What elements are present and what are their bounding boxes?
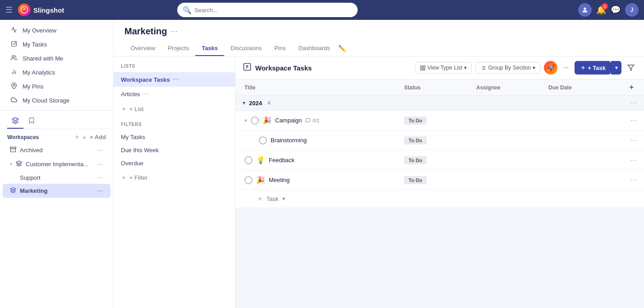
workspace-tasks-more-icon[interactable]: ⋯ [173,76,179,83]
search-bar[interactable]: 🔍 [177,3,358,17]
group-by-btn[interactable]: Group By Section ▾ [475,62,540,74]
table-row-meeting: 🎉 Meeting To Do ⋯ [235,170,644,190]
table-row-brainstorming: Brainstorming To Do ⋯ [235,131,644,150]
view-type-btn[interactable]: View Type List ▾ [415,62,472,74]
workspace-item-customer[interactable]: ▾ Customer Implementa... ⋯ [3,157,110,171]
tab-projects[interactable]: Projects [161,41,195,56]
workspace-tab-bookmark[interactable] [23,113,40,129]
logo-icon [18,4,31,16]
feedback-more-icon[interactable]: ⋯ [619,157,637,164]
filter-due-week[interactable]: Due this Week [114,144,235,157]
tab-overview[interactable]: Overview [124,41,161,56]
add-task-btn[interactable]: ＋ + Task [575,61,611,75]
meeting-name: Meeting [269,177,290,183]
articles-label: Articles [121,91,140,98]
svg-rect-20 [423,65,425,67]
workspace-item-marketing[interactable]: Marketing ⋯ [3,184,110,198]
campaign-name: Campaign [275,117,302,124]
sidebar-item-overview[interactable]: My Overview [3,23,110,37]
section-more-icon[interactable]: ⋯ [630,99,637,107]
articles-more-icon[interactable]: ⋯ [143,90,149,98]
add-task-row[interactable]: ＋ Task ▾ [235,190,644,207]
rocket-btn[interactable]: 🚀 [544,61,557,75]
tab-dashboards[interactable]: Dashboards [292,41,336,56]
svg-marker-8 [12,117,18,121]
brainstorming-status-badge[interactable]: To Do [404,136,427,145]
tasks-icon [10,41,18,48]
notifications-icon[interactable]: 🔔 1 [596,5,606,15]
svg-rect-19 [420,65,422,67]
sidebar-pins-label: My Pins [23,83,43,90]
workspaces-sort[interactable] [74,135,87,140]
add-list-label: + List [129,106,143,112]
page-title-more-icon[interactable]: ⋯ [170,27,178,36]
marketing-label: Marketing [20,187,93,194]
user-avatar-nav[interactable] [578,3,592,17]
campaign-checkbox[interactable] [251,117,259,125]
filter-my-tasks[interactable]: My Tasks [114,131,235,144]
list-item-workspace-tasks[interactable]: Workspace Tasks ⋯ [114,72,235,87]
more-options-btn[interactable]: ⋯ [561,62,571,73]
archived-more-icon[interactable]: ⋯ [97,147,103,154]
support-more-icon[interactable]: ⋯ [97,174,103,181]
tab-discussions[interactable]: Discussions [224,41,268,56]
meeting-more-icon[interactable]: ⋯ [619,177,637,184]
marketing-more-icon[interactable]: ⋯ [97,187,103,195]
edit-tab-icon[interactable]: ✏️ [336,41,348,56]
add-column-btn[interactable]: ＋ [619,83,637,92]
user-avatar[interactable]: J [625,3,639,17]
sidebar-analytics-label: My Analytics [23,69,55,76]
pins-icon [10,83,18,90]
workspace-tab-layers[interactable] [7,113,23,129]
tasks-panel: Workspace Tasks View Type List ▾ Group B… [235,56,644,308]
add-list-btn[interactable]: ＋ + List [114,101,235,117]
sidebar-item-shared[interactable]: Shared with Me [3,51,110,65]
feedback-checkbox[interactable] [244,156,253,164]
search-input[interactable] [194,7,352,14]
brainstorming-checkbox[interactable] [259,136,267,145]
section-2024[interactable]: ▾ 2024 4 ⋯ [235,96,644,111]
analytics-icon [10,69,18,76]
sidebar-cloud-label: My Cloud Storage [23,97,69,104]
brainstorming-more-icon[interactable]: ⋯ [619,137,637,144]
svg-rect-11 [10,147,16,149]
tab-pins[interactable]: Pins [268,41,292,56]
campaign-collapse-icon[interactable]: ▾ [244,117,247,124]
add-workspace-btn[interactable]: + Add [90,134,106,140]
campaign-status-cell: To Do [402,117,474,125]
feedback-status-badge[interactable]: To Do [404,156,427,164]
shared-icon [10,55,18,62]
customer-label: Customer Implementa... [26,161,93,168]
hamburger-menu[interactable]: ☰ [5,5,13,15]
sidebar-item-analytics[interactable]: My Analytics [3,65,110,79]
list-item-articles[interactable]: Articles ⋯ [114,87,235,101]
campaign-more-icon[interactable]: ⋯ [619,117,637,124]
add-task-row-dropdown-icon[interactable]: ▾ [282,196,285,202]
brainstorming-name: Brainstorming [271,137,307,144]
tab-tasks[interactable]: Tasks [195,41,224,56]
filter-overdue[interactable]: Overdue [114,157,235,170]
page-header: Marketing ⋯ Overview Projects Tasks Disc… [114,20,644,56]
tasks-list-icon [243,62,252,74]
meeting-checkbox[interactable] [244,176,253,184]
campaign-meta: 0/1 [305,118,319,123]
svg-rect-22 [423,68,425,70]
workspace-tasks-label: Workspace Tasks [121,76,170,83]
filter-due-week-label: Due this Week [121,147,159,154]
meeting-status-cell: To Do [402,176,474,184]
workspace-item-support[interactable]: Support ⋯ [3,171,110,184]
add-filter-plus-icon: ＋ [121,173,127,182]
workspace-item-archived[interactable]: Archived ⋯ [3,143,110,157]
campaign-status-badge[interactable]: To Do [404,117,427,125]
sidebar-item-pins[interactable]: My Pins [3,79,110,93]
sidebar-item-cloud[interactable]: My Cloud Storage [3,93,110,107]
messages-icon[interactable]: 💬 [611,5,621,15]
add-task-dropdown-btn[interactable]: ▾ [611,61,621,75]
sidebar-item-tasks[interactable]: My Tasks [3,37,110,51]
customer-more-icon[interactable]: ⋯ [97,161,103,168]
filter-btn[interactable] [625,62,637,74]
page-title: Marketing [124,26,167,37]
meeting-status-badge[interactable]: To Do [404,176,427,184]
add-filter-btn[interactable]: ＋ + Filter [114,170,235,185]
workspace-tab-bar [0,113,113,129]
